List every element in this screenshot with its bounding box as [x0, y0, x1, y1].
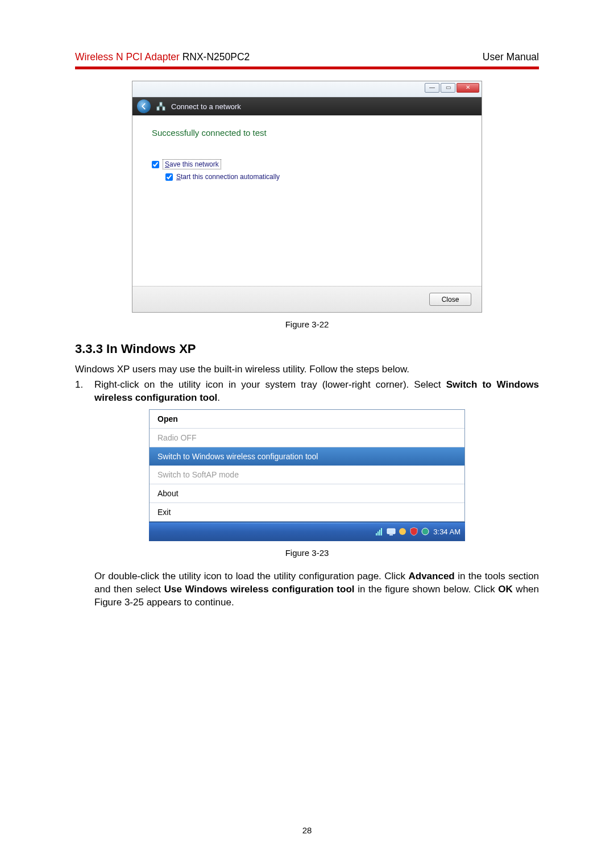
- svg-rect-1: [157, 107, 159, 110]
- close-button[interactable]: Close: [429, 293, 471, 306]
- connect-window: Connect to a network Successfully connec…: [132, 81, 482, 313]
- window-minimize-button[interactable]: [425, 83, 439, 93]
- step-1-number: 1.: [75, 379, 94, 405]
- svg-rect-6: [381, 528, 382, 535]
- update-icon[interactable]: [421, 527, 430, 536]
- window-footer: Close: [132, 286, 482, 312]
- save-network-checkbox-row: Save this network: [152, 159, 462, 169]
- svg-point-9: [399, 528, 406, 535]
- menu-open[interactable]: Open: [150, 410, 464, 428]
- start-auto-checkbox-row: Start this connection automatically: [165, 173, 462, 181]
- menu-switch-windows-wireless[interactable]: Switch to Windows wireless configuration…: [150, 447, 464, 466]
- svg-rect-2: [163, 107, 165, 110]
- toolbar-title: Connect to a network: [171, 102, 241, 111]
- menu-exit[interactable]: Exit: [150, 503, 464, 521]
- window-close-button[interactable]: [457, 83, 479, 93]
- intro-paragraph: Windows XP users may use the built-in wi…: [75, 363, 539, 376]
- shield-icon[interactable]: [409, 527, 418, 536]
- svg-rect-4: [377, 531, 379, 535]
- tray-clock: 3:34 AM: [433, 528, 460, 536]
- section-heading: 3.3.3 In Windows XP: [75, 342, 539, 356]
- arrow-left-icon: [140, 102, 148, 110]
- header-model: RNX-N250PC2: [182, 51, 250, 63]
- step-1-text: Right-click on the utility icon in your …: [94, 379, 539, 405]
- success-message: Successfully connected to test: [152, 128, 462, 138]
- svg-point-10: [422, 528, 429, 535]
- signal-icon[interactable]: [375, 527, 384, 536]
- sync-icon[interactable]: [398, 527, 407, 536]
- start-auto-checkbox[interactable]: [165, 173, 173, 181]
- svg-rect-0: [160, 102, 162, 106]
- page-number: 28: [75, 825, 539, 835]
- start-auto-label: Start this connection automatically: [176, 173, 280, 181]
- monitor-icon[interactable]: [387, 527, 396, 536]
- window-titlebar: [132, 81, 482, 97]
- svg-rect-7: [387, 529, 395, 534]
- step-1: 1. Right-click on the utility icon in yo…: [75, 379, 539, 405]
- window-toolbar: Connect to a network: [132, 97, 482, 115]
- header-right: User Manual: [483, 51, 539, 63]
- figure-caption-3-22: Figure 3-22: [75, 319, 539, 329]
- header-brand: Wireless N PCI Adapter: [75, 51, 182, 63]
- save-network-checkbox[interactable]: [152, 161, 159, 168]
- menu-about[interactable]: About: [150, 484, 464, 502]
- xp-taskbar-tray: 3:34 AM: [149, 522, 465, 541]
- figure-caption-3-23: Figure 3-23: [75, 548, 539, 558]
- paragraph-after-fig23: Or double-click the utility icon to load…: [94, 570, 539, 609]
- network-icon: [156, 102, 165, 111]
- save-network-label: Save this network: [163, 159, 221, 169]
- header-title: Wireless N PCI Adapter RNX-N250PC2: [75, 51, 250, 63]
- svg-rect-3: [376, 533, 377, 535]
- menu-radio-off: Radio OFF: [150, 429, 464, 447]
- svg-rect-8: [389, 534, 393, 535]
- back-button[interactable]: [137, 99, 151, 113]
- menu-switch-softap: Switch to SoftAP mode: [150, 466, 464, 484]
- window-maximize-button[interactable]: [441, 83, 455, 93]
- page-header: Wireless N PCI Adapter RNX-N250PC2 User …: [75, 51, 539, 63]
- tray-context-menu: Open Radio OFF Switch to Windows wireles…: [149, 409, 465, 522]
- svg-rect-5: [379, 530, 380, 535]
- header-divider: [75, 67, 539, 69]
- window-body: Successfully connected to test Save this…: [132, 115, 482, 286]
- tray-icons: [375, 527, 430, 536]
